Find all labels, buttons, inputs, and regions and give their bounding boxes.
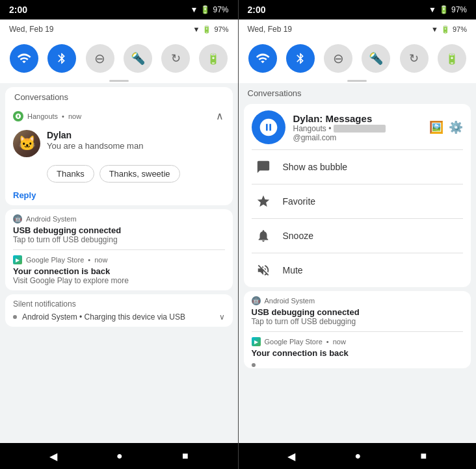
left-battery-status-pct: 97% xyxy=(214,25,228,33)
right-android-app-name: Android System xyxy=(265,297,315,305)
right-android-notif: 🤖 Android System USB debugging connected… xyxy=(244,291,471,331)
left-conversations-label: Conversations xyxy=(5,87,233,105)
left-recents-btn[interactable]: ■ xyxy=(177,445,194,467)
right-dnd-toggle[interactable]: ⊖ xyxy=(324,44,352,73)
right-expanded-card: Dylan: Messages Hangouts • @gmail.com 🖼️… xyxy=(244,104,471,287)
left-shade-status-icons: ▼ 🔋 97% xyxy=(193,25,229,34)
left-gplay-app-name: Google Play Store xyxy=(26,256,84,264)
left-hangouts-time: now xyxy=(68,112,81,120)
right-mute-icon xyxy=(254,261,272,279)
right-bubble-label: Show as bubble xyxy=(283,162,348,172)
left-notification-shade: Wed, Feb 19 ▼ 🔋 97% ⊖ 🔦 ↻ 🔋 xyxy=(0,19,238,443)
right-email-domain: @gmail.com xyxy=(293,133,337,142)
left-gplay-dot: • xyxy=(88,256,90,264)
right-quick-toggles: ⊖ 🔦 ↻ 🔋 xyxy=(239,38,477,81)
right-gplay-dot: • xyxy=(326,338,329,346)
right-wifi-status-icon: ▼ xyxy=(431,25,438,33)
right-flashlight-toggle[interactable]: 🔦 xyxy=(362,44,390,73)
left-reply-thanks-sweetie[interactable]: Thanks, sweetie xyxy=(99,165,180,183)
left-gplay-icon: ▶ xyxy=(13,255,22,264)
left-back-btn[interactable]: ◀ xyxy=(44,445,62,468)
right-expanded-title: Dylan: Messages xyxy=(293,113,422,124)
right-connection-title: Your connection is back xyxy=(252,348,464,358)
right-bluetooth-toggle[interactable] xyxy=(286,44,315,73)
right-action-snooze[interactable]: Snooze xyxy=(244,219,471,253)
left-notif-sender: Dylan xyxy=(47,130,225,140)
left-phone-panel: 2:00 ▼ 🔋 97% Wed, Feb 19 ▼ 🔋 97% ⊖ xyxy=(0,0,238,469)
right-gplay-spacer xyxy=(252,358,464,363)
right-gplay-notif: ▶ Google Play Store • now Your connectio… xyxy=(244,332,471,368)
left-nav-bar: ◀ ● ■ xyxy=(0,443,238,469)
left-android-app-row: 🤖 Android System xyxy=(13,214,225,223)
left-flashlight-toggle[interactable]: 🔦 xyxy=(124,44,152,73)
left-silent-section: Silent notifications Android System • Ch… xyxy=(5,294,233,327)
right-wifi-toggle[interactable] xyxy=(248,44,277,73)
right-system-card: 🤖 Android System USB debugging connected… xyxy=(244,291,471,368)
left-silent-item: Android System • Charging this device vi… xyxy=(13,312,225,322)
right-action-bubble[interactable]: Show as bubble xyxy=(244,150,471,184)
right-battery-icon: 🔋 xyxy=(439,5,449,14)
right-back-btn[interactable]: ◀ xyxy=(282,445,300,468)
right-recents-btn[interactable]: ■ xyxy=(416,445,432,467)
left-hangouts-chevron[interactable]: ∧ xyxy=(215,108,225,123)
left-silent-item-text: Android System • Charging this device vi… xyxy=(22,312,185,322)
right-time: 2:00 xyxy=(248,5,266,15)
right-notification-shade: Wed, Feb 19 ▼ 🔋 97% ⊖ 🔦 ↻ 🔋 xyxy=(239,19,477,443)
right-rotate-toggle[interactable]: ↻ xyxy=(400,44,429,73)
right-battery-status-icon: 🔋 xyxy=(441,25,450,34)
left-avatar-img: 🐱 xyxy=(13,130,40,157)
left-conversations-card: Conversations Hangouts • now ∧ 🐱 xyxy=(5,87,233,205)
right-conversations-label: Conversations xyxy=(248,88,302,98)
left-bluetooth-toggle[interactable] xyxy=(47,44,76,73)
right-home-btn[interactable]: ● xyxy=(350,445,367,467)
right-battery-saver-toggle[interactable]: 🔋 xyxy=(438,44,466,73)
left-notif-body: You are a handsome man xyxy=(47,141,225,151)
right-expanded-info: Dylan: Messages Hangouts • @gmail.com xyxy=(293,113,422,142)
left-quick-toggles: ⊖ 🔦 ↻ 🔋 xyxy=(0,38,238,81)
right-date: Wed, Feb 19 xyxy=(248,25,292,34)
left-status-bar: 2:00 ▼ 🔋 97% xyxy=(0,0,238,19)
left-date: Wed, Feb 19 xyxy=(9,25,53,34)
right-large-avatar xyxy=(252,110,285,144)
right-app-name: Hangouts • xyxy=(293,124,332,133)
left-system-card: 🤖 Android System USB debugging connected… xyxy=(5,209,233,290)
left-dnd-toggle[interactable]: ⊖ xyxy=(86,44,114,73)
left-dylan-avatar: 🐱 xyxy=(13,130,40,157)
left-notif-content: Dylan You are a handsome man xyxy=(47,130,225,151)
right-battery-status-pct: 97% xyxy=(453,25,467,33)
left-wifi-toggle[interactable] xyxy=(10,44,38,73)
left-rotate-toggle[interactable]: ↻ xyxy=(161,44,190,73)
right-shade-status-icons: ▼ 🔋 97% xyxy=(431,25,467,34)
left-android-app-name: Android System xyxy=(26,215,77,223)
left-hangouts-dot: • xyxy=(62,112,64,120)
left-status-icons: ▼ 🔋 97% xyxy=(191,5,229,14)
left-android-notif: 🤖 Android System USB debugging connected… xyxy=(5,209,233,249)
right-action-favorite[interactable]: Favorite xyxy=(244,184,471,218)
right-expanded-action-icons: 🖼️ ⚙️ xyxy=(429,120,463,134)
right-image-off-icon[interactable]: 🖼️ xyxy=(429,120,443,134)
right-expanded-subtitle: Hangouts • @gmail.com xyxy=(293,124,422,142)
right-mute-label: Mute xyxy=(283,265,303,275)
left-silent-chevron[interactable]: ∨ xyxy=(219,312,225,322)
right-gplay-time: now xyxy=(333,338,346,346)
right-shade-header: Wed, Feb 19 ▼ 🔋 97% xyxy=(239,19,477,38)
right-action-mute[interactable]: Mute xyxy=(244,253,471,287)
right-status-bar: 2:00 ▼ 🔋 97% xyxy=(239,0,477,19)
right-expanded-header: Dylan: Messages Hangouts • @gmail.com 🖼️… xyxy=(244,104,471,149)
left-connection-body: Visit Google Play to explore more xyxy=(13,276,225,285)
left-gplay-notif: ▶ Google Play Store • now Your connectio… xyxy=(5,250,233,290)
battery-icon: 🔋 xyxy=(200,5,210,14)
right-settings-icon[interactable]: ⚙️ xyxy=(449,120,463,134)
left-battery-saver-toggle[interactable]: 🔋 xyxy=(199,44,228,73)
right-nav-bar: ◀ ● ■ xyxy=(239,443,477,469)
left-reply-link[interactable]: Reply xyxy=(5,188,233,205)
right-email-blur xyxy=(334,125,386,133)
left-reply-thanks[interactable]: Thanks xyxy=(47,165,94,183)
left-hangouts-app-name: Hangouts xyxy=(27,112,58,120)
left-silent-item-left: Android System • Charging this device vi… xyxy=(13,312,185,322)
left-usb-body: Tap to turn off USB debugging xyxy=(13,235,225,244)
left-home-btn[interactable]: ● xyxy=(111,445,128,467)
right-android-icon: 🤖 xyxy=(252,296,261,305)
right-snooze-label: Snooze xyxy=(283,231,313,241)
left-silent-label: Silent notifications xyxy=(13,299,225,309)
